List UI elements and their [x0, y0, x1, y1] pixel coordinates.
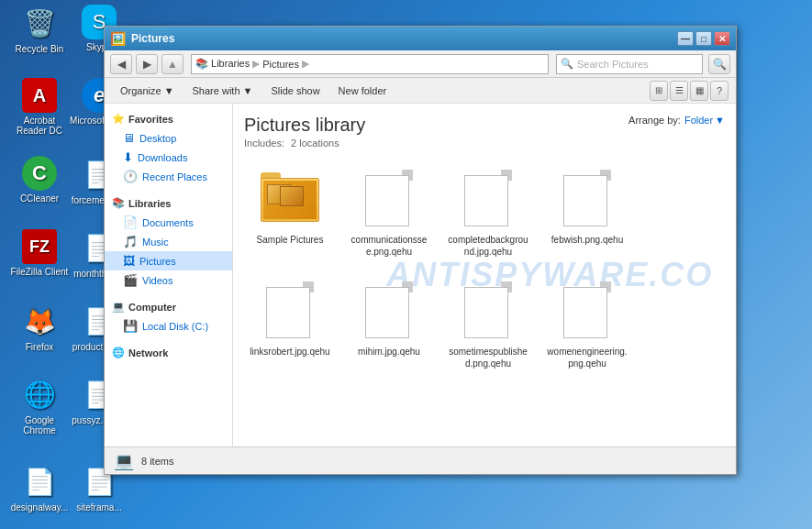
- network-icon-sidebar: 🌐: [112, 347, 125, 358]
- file-item-mihim[interactable]: mihim.jpg.qehu: [343, 271, 435, 376]
- favorites-star-icon: ⭐: [112, 113, 125, 125]
- address-bar[interactable]: 📚 Libraries ▶ Pictures ▶: [191, 54, 549, 74]
- folder-icon-sample: [258, 166, 322, 230]
- file-item-communicationssee[interactable]: communicationssee.png.qehu: [343, 160, 435, 264]
- downloads-icon: ⬇: [123, 150, 133, 164]
- close-button[interactable]: ✕: [714, 31, 730, 46]
- back-button[interactable]: ◀: [110, 54, 132, 74]
- chrome-label: Google Chrome: [7, 415, 72, 435]
- file-icon-mihim: [357, 278, 421, 342]
- file-item-sample-pictures[interactable]: Sample Pictures: [244, 160, 336, 264]
- ccleaner-icon: C: [22, 156, 57, 191]
- desktop-icon-acrobat[interactable]: A Acrobat Reader DC: [7, 78, 72, 136]
- file-label-linksrobert: linksrobert.jpg.qehu: [250, 346, 329, 358]
- file-item-completedbackground[interactable]: completedbackground.jpg.qehu: [442, 160, 534, 264]
- file-label-womenengineering: womenengineering.png.qehu: [546, 346, 628, 369]
- includes-value: 2 locations: [291, 138, 339, 149]
- new-folder-label: New folder: [339, 85, 387, 96]
- sidebar-item-pictures[interactable]: 🖼 Pictures: [105, 251, 232, 270]
- window-title: Pictures: [131, 32, 677, 45]
- maximize-button[interactable]: □: [695, 31, 712, 46]
- sidebar-item-desktop[interactable]: 🖥 Desktop: [105, 128, 232, 148]
- search-icon: 🔍: [561, 58, 573, 70]
- computer-section: 💻 Computer 💾 Local Disk (C:): [105, 297, 232, 336]
- address-library: 📚 Libraries: [195, 58, 250, 70]
- desktop-icon-recycle-bin[interactable]: 🗑️ Recycle Bin: [7, 5, 72, 54]
- sidebar: ⭐ Favorites 🖥 Desktop ⬇ Downloads 🕐 Rece…: [105, 104, 233, 446]
- search-box[interactable]: 🔍 Search Pictures: [556, 54, 703, 74]
- explorer-window: 🖼️ Pictures — □ ✕ ◀ ▶ ▲ 📚 Libraries ▶ Pi…: [104, 26, 737, 475]
- documents-icon-sidebar: 📄: [123, 215, 138, 229]
- network-header: 🌐 Network: [105, 343, 232, 362]
- up-button[interactable]: ▲: [161, 54, 184, 74]
- statusbar-text: 8 items: [141, 456, 173, 467]
- statusbar-computer-icon: 💻: [114, 451, 134, 471]
- view-list-button[interactable]: ☰: [670, 81, 688, 101]
- file-icon-febwish: [555, 166, 619, 230]
- organize-button[interactable]: Organize ▼: [112, 81, 183, 101]
- file-item-febwish[interactable]: febwish.png.qehu: [541, 160, 633, 264]
- window-controls: — □ ✕: [677, 31, 730, 46]
- sidebar-item-local-disk[interactable]: 💾 Local Disk (C:): [105, 316, 232, 336]
- designalway-label: designalway...: [11, 502, 69, 512]
- share-label: Share with: [193, 85, 240, 96]
- file-item-womenengineering[interactable]: womenengineering.png.qehu: [541, 271, 633, 376]
- recent-icon: 🕐: [123, 170, 138, 183]
- arrange-by-label: Arrange by:: [628, 115, 681, 126]
- acrobat-label: Acrobat Reader DC: [7, 116, 72, 136]
- file-item-sometimespublished[interactable]: sometimespublished.png.qehu: [442, 271, 534, 376]
- search-placeholder: Search Pictures: [577, 59, 649, 70]
- view-details-button[interactable]: ▦: [690, 81, 708, 101]
- network-section: 🌐 Network: [105, 343, 232, 362]
- sidebar-item-music[interactable]: 🎵 Music: [105, 232, 232, 251]
- sidebar-item-documents[interactable]: 📄 Documents: [105, 213, 232, 232]
- help-button[interactable]: ?: [710, 81, 729, 101]
- libraries-header: 📚 Libraries: [105, 193, 232, 213]
- desktop-icon-chrome[interactable]: 🌐 Google Chrome: [7, 376, 72, 435]
- file-label-sample-pictures: Sample Pictures: [257, 234, 324, 246]
- share-with-button[interactable]: Share with ▼: [184, 81, 261, 101]
- file-icon-sometimespublished: [456, 278, 520, 342]
- search-button[interactable]: 🔍: [708, 54, 730, 74]
- window-main: ⭐ Favorites 🖥 Desktop ⬇ Downloads 🕐 Rece…: [105, 104, 736, 446]
- computer-icon-sidebar: 💻: [112, 301, 125, 313]
- content-title: Pictures library: [244, 115, 365, 136]
- sidebar-item-videos[interactable]: 🎬 Videos: [105, 270, 232, 290]
- designalway-icon: 📄: [21, 463, 58, 500]
- pictures-icon-sidebar: 🖼: [123, 254, 135, 268]
- music-icon-sidebar: 🎵: [123, 235, 138, 248]
- file-item-linksrobert[interactable]: linksrobert.jpg.qehu: [244, 271, 336, 376]
- recycle-bin-icon: 🗑️: [21, 5, 58, 41]
- libraries-section: 📚 Libraries 📄 Documents 🎵 Music 🖼 Pictur…: [105, 193, 232, 290]
- includes-label: Includes:: [244, 138, 284, 149]
- sidebar-item-downloads[interactable]: ⬇ Downloads: [105, 148, 232, 167]
- file-icon-completedbackground: [456, 166, 520, 230]
- file-icon-linksrobert: [258, 278, 322, 342]
- firefox-label: Firefox: [26, 342, 54, 352]
- desktop-icon-designalway[interactable]: 📄 designalway...: [7, 463, 72, 512]
- view-icons-button[interactable]: ⊞: [650, 81, 668, 101]
- content-title-group: Pictures library Includes: 2 locations: [244, 115, 365, 149]
- file-label-sometimespublished: sometimespublished.png.qehu: [447, 346, 529, 369]
- computer-header: 💻 Computer: [105, 297, 232, 316]
- address-sep2: ▶: [302, 58, 309, 70]
- window-title-icon: 🖼️: [110, 31, 126, 46]
- acrobat-icon: A: [22, 78, 57, 113]
- desktop-icon-firefox[interactable]: 🦊 Firefox: [7, 303, 72, 352]
- desktop: 🗑️ Recycle Bin S Skype A Acrobat Reader …: [0, 0, 812, 529]
- arrange-by-value: Folder: [684, 115, 713, 126]
- filezilla-label: FileZilla Client: [11, 267, 69, 277]
- desktop-icon-ccleaner[interactable]: C CCleaner: [7, 156, 72, 204]
- forward-button[interactable]: ▶: [136, 54, 158, 74]
- slideshow-button[interactable]: Slide show: [262, 81, 328, 101]
- minimize-button[interactable]: —: [677, 31, 694, 46]
- sidebar-item-recent[interactable]: 🕐 Recent Places: [105, 167, 232, 186]
- new-folder-button[interactable]: New folder: [330, 81, 395, 101]
- arrange-by-dropdown[interactable]: Folder ▼: [684, 115, 725, 126]
- statusbar: 💻 8 items: [105, 446, 736, 474]
- desktop-icon-filezilla[interactable]: FZ FileZilla Client: [7, 229, 72, 277]
- file-icon-womenengineering: [555, 278, 619, 342]
- local-disk-icon: 💾: [123, 319, 138, 333]
- videos-icon-sidebar: 🎬: [123, 273, 138, 287]
- libraries-icon: 📚: [112, 197, 125, 209]
